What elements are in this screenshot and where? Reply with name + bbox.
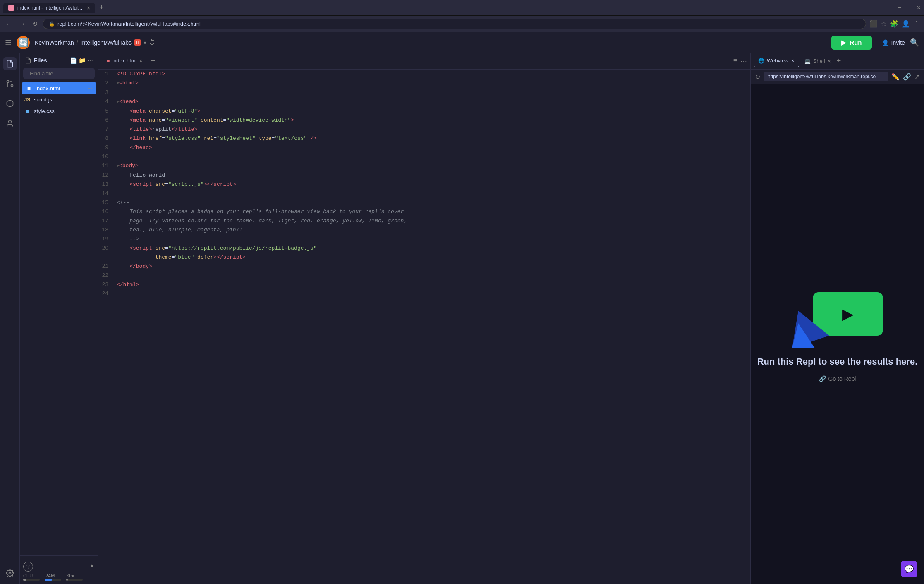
run-play-icon: ▶ xyxy=(841,39,846,46)
replit-header: ☰ 🔄 KevinWorkman / IntelligentAwfulTabs … xyxy=(0,32,924,53)
history-button[interactable]: ⏱ xyxy=(149,39,156,46)
replit-logo-display: ▶ xyxy=(792,286,883,348)
webview-url-display[interactable]: https://IntelligentAwfulTabs.kevinworkma… xyxy=(764,72,888,81)
more-options-icon[interactable]: ⋮ xyxy=(913,20,920,28)
line-number: 18 xyxy=(98,226,113,235)
maximize-button[interactable]: □ xyxy=(907,4,911,12)
run-button[interactable]: ▶ Run xyxy=(831,36,871,50)
hamburger-button[interactable]: ☰ xyxy=(5,38,12,47)
address-actions: ⬛ ☆ 🧩 👤 ⋮ xyxy=(869,20,920,28)
invite-button[interactable]: 👤 Invite xyxy=(882,39,905,46)
line-number: 15 xyxy=(98,198,113,207)
file-item-more-button[interactable]: ⋯ xyxy=(87,85,92,91)
profile-icon[interactable]: 👤 xyxy=(902,20,910,28)
webview-tab-icon: 🌐 xyxy=(758,58,764,64)
tab-close-button[interactable]: × xyxy=(87,5,90,11)
close-button[interactable]: × xyxy=(917,4,921,12)
breadcrumb: KevinWorkman / IntelligentAwfulTabs H ▾ … xyxy=(35,39,156,46)
sidebar-icons xyxy=(0,53,20,584)
address-text: replit.com/@KevinWorkman/IntelligentAwfu… xyxy=(57,21,201,27)
search-button[interactable]: 🔍 xyxy=(910,38,919,47)
file-item-script-js[interactable]: JS script.js xyxy=(20,94,98,105)
code-line-3: 3 xyxy=(98,88,750,97)
tab-webview[interactable]: 🌐 Webview × xyxy=(754,55,799,67)
line-number: 19 xyxy=(98,235,113,244)
screen-cast-icon[interactable]: ⬛ xyxy=(869,20,878,28)
new-file-button[interactable]: 📄 xyxy=(70,57,77,64)
new-tab-button[interactable]: + xyxy=(97,3,106,12)
shell-tab-close-button[interactable]: × xyxy=(828,58,831,65)
editor-word-wrap-button[interactable]: ≡ xyxy=(733,57,737,65)
forward-button[interactable]: → xyxy=(17,19,27,29)
add-right-panel-tab-button[interactable]: + xyxy=(837,57,841,65)
go-to-repl-link[interactable]: 🔗 Go to Repl xyxy=(819,375,856,382)
project-dropdown-button[interactable]: ▾ xyxy=(144,39,146,46)
add-editor-tab-button[interactable]: + xyxy=(148,57,159,65)
code-line-8: 8 <link href="style.css" rel="stylesheet… xyxy=(98,134,750,143)
refresh-button[interactable]: ↻ xyxy=(31,18,39,29)
files-header-icon xyxy=(25,57,31,64)
file-search-container[interactable] xyxy=(23,68,95,79)
editor-tab-label: index.html xyxy=(112,58,136,64)
code-line-22: 22 xyxy=(98,271,750,280)
code-line-15: 15 <!-- xyxy=(98,198,750,207)
breadcrumb-sep: / xyxy=(77,39,78,46)
file-panel-more-button[interactable]: ⋯ xyxy=(87,57,93,64)
line-content: <link href="style.css" rel="stylesheet" … xyxy=(113,134,750,143)
address-input-container[interactable]: 🔒 replit.com/@KevinWorkman/IntelligentAw… xyxy=(43,19,866,29)
chat-button[interactable]: 💬 xyxy=(901,561,917,577)
line-number: 6 xyxy=(98,116,113,125)
file-search-input[interactable] xyxy=(30,70,99,77)
chrome-window-controls: − □ × xyxy=(898,4,921,12)
editor-tab-index-html[interactable]: ■ index.html × xyxy=(102,55,148,67)
webview-external-icon[interactable]: ↗ xyxy=(914,73,920,81)
editor-tab-close-button[interactable]: × xyxy=(139,58,143,64)
webview-placeholder-title: Run this Repl to see the results here. xyxy=(757,356,918,367)
go-to-repl-label: Go to Repl xyxy=(828,375,856,382)
chrome-tab[interactable]: index.html - IntelligentAwfulTabs·... × xyxy=(3,3,95,13)
code-line-18: 18 teal, blue, blurple, magenta, pink! xyxy=(98,226,750,235)
breadcrumb-user[interactable]: KevinWorkman xyxy=(35,39,74,46)
editor-more-button[interactable]: ⋯ xyxy=(740,57,747,65)
bookmark-icon[interactable]: ☆ xyxy=(881,20,887,28)
file-item-index-html[interactable]: ■ index.html ⋯ xyxy=(22,82,96,94)
right-panel-more-button[interactable]: ⋮ xyxy=(913,57,921,66)
svg-point-3 xyxy=(8,120,11,123)
sidebar-item-settings[interactable] xyxy=(3,567,17,580)
file-item-label: index.html xyxy=(36,85,60,91)
sidebar-item-packages[interactable] xyxy=(3,97,17,110)
sidebar-item-files[interactable] xyxy=(3,57,17,70)
storage-bar-fill xyxy=(66,579,68,581)
run-label: Run xyxy=(850,39,862,46)
breadcrumb-project[interactable]: IntelligentAwfulTabs xyxy=(81,39,132,46)
code-line-19: 19 --> xyxy=(98,235,750,244)
webview-edit-icon[interactable]: ✏️ xyxy=(891,73,900,81)
tab-shell[interactable]: 💻 Shell × xyxy=(800,55,835,67)
code-editor[interactable]: 1 <!DOCTYPE html> 2 ▼<html> 3 4 ▼<head> … xyxy=(98,70,750,584)
expand-button[interactable]: ▲ xyxy=(89,562,95,569)
svg-point-1 xyxy=(7,81,9,83)
line-number: 13 xyxy=(98,180,113,189)
minimize-button[interactable]: − xyxy=(898,4,901,12)
js-file-icon: JS xyxy=(24,97,31,103)
new-folder-button[interactable]: 📁 xyxy=(79,57,86,64)
link-icon: 🔗 xyxy=(819,375,826,382)
cpu-metric: CPU xyxy=(23,573,40,581)
code-line-1: 1 <!DOCTYPE html> xyxy=(98,70,750,79)
line-content: page. Try various colors for the theme: … xyxy=(113,216,750,226)
help-button[interactable]: ? xyxy=(23,562,33,572)
webview-link-icon[interactable]: 🔗 xyxy=(903,73,911,81)
code-line-11: 11 ▼<body> xyxy=(98,161,750,171)
tab-favicon xyxy=(8,5,14,11)
back-button[interactable]: ← xyxy=(4,19,14,29)
webview-tab-close-button[interactable]: × xyxy=(791,58,795,64)
webview-refresh-button[interactable]: ↻ xyxy=(755,73,760,81)
line-number: 20 xyxy=(98,244,113,253)
editor-tabs: ■ index.html × + ≡ ⋯ xyxy=(98,53,750,70)
sidebar-item-git[interactable] xyxy=(3,77,17,90)
extensions-icon[interactable]: 🧩 xyxy=(890,20,898,28)
file-panel-header: Files 📄 📁 ⋯ xyxy=(20,53,98,68)
webview-toolbar: ↻ https://IntelligentAwfulTabs.kevinwork… xyxy=(751,70,924,84)
sidebar-item-users[interactable] xyxy=(3,117,17,130)
file-item-style-css[interactable]: ■ style.css xyxy=(20,105,98,117)
